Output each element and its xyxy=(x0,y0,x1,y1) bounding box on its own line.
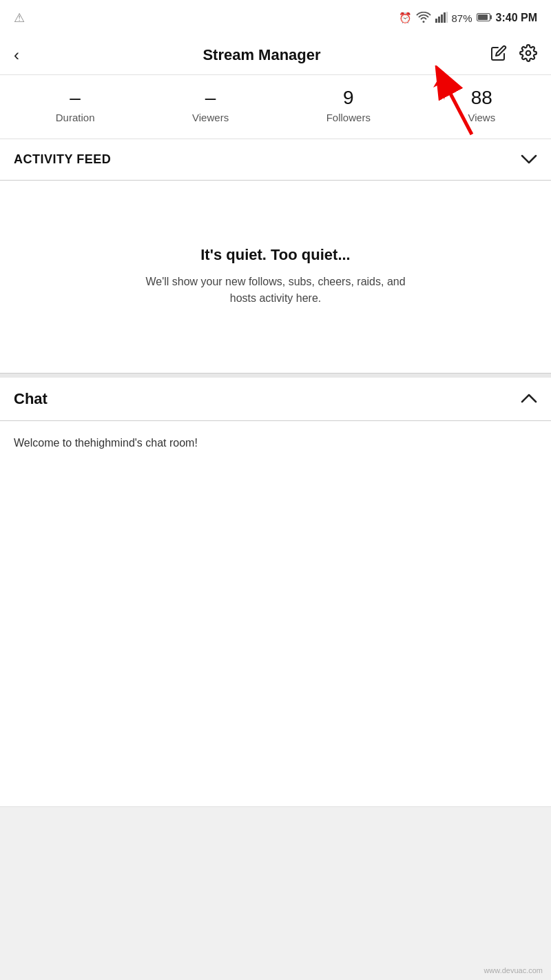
wifi-icon xyxy=(416,12,431,25)
alarm-icon: ⏰ xyxy=(399,12,412,24)
settings-button[interactable] xyxy=(519,44,537,66)
stat-views: 88 Views xyxy=(468,88,495,123)
svg-rect-2 xyxy=(441,14,443,23)
header-action-icons xyxy=(482,44,537,66)
battery-icon xyxy=(477,12,492,24)
activity-feed-chevron-down-icon xyxy=(521,152,537,167)
status-bar-left: ⚠ xyxy=(14,10,25,25)
activity-feed-content: It's quiet. Too quiet... We'll show your… xyxy=(0,181,551,374)
svg-rect-6 xyxy=(490,15,492,19)
svg-rect-1 xyxy=(438,17,440,23)
chat-section-header[interactable]: Chat xyxy=(0,374,551,421)
viewers-label: Viewers xyxy=(192,112,229,123)
followers-value: 9 xyxy=(343,88,354,109)
chat-title: Chat xyxy=(14,390,48,408)
svg-rect-0 xyxy=(435,19,437,23)
status-bar-right: ⏰ 87% 3:40 P xyxy=(399,12,538,25)
chat-content: Welcome to thehighmind's chat room! xyxy=(0,421,551,807)
svg-rect-7 xyxy=(478,14,488,20)
stats-row: – Duration – Viewers 9 Followers 88 View… xyxy=(0,75,551,139)
duration-value: – xyxy=(70,88,81,109)
stat-followers: 9 Followers xyxy=(326,88,371,123)
signal-bars-icon xyxy=(435,12,448,25)
chat-chevron-up-icon xyxy=(521,391,537,407)
back-button[interactable]: ‹ xyxy=(14,45,41,65)
status-bar: ⚠ ⏰ 87% xyxy=(0,0,551,36)
svg-rect-3 xyxy=(444,12,446,23)
quiet-description: We'll show your new follows, subs, cheer… xyxy=(138,274,413,307)
app-header: ‹ Stream Manager xyxy=(0,36,551,75)
duration-label: Duration xyxy=(56,112,95,123)
page-title: Stream Manager xyxy=(41,46,482,64)
viewers-value: – xyxy=(205,88,216,109)
stat-viewers: – Viewers xyxy=(192,88,229,123)
watermark: www.devuac.com xyxy=(484,966,543,974)
views-value: 88 xyxy=(471,88,492,109)
activity-feed-title: ACTIVITY FEED xyxy=(14,152,111,167)
chat-welcome-message: Welcome to thehighmind's chat room! xyxy=(14,435,537,451)
quiet-title: It's quiet. Too quiet... xyxy=(200,246,350,264)
battery-percent: 87% xyxy=(452,12,472,24)
stat-duration: – Duration xyxy=(56,88,95,123)
svg-rect-4 xyxy=(446,12,448,23)
warning-icon: ⚠ xyxy=(14,10,25,25)
edit-button[interactable] xyxy=(490,45,507,65)
svg-point-8 xyxy=(526,51,531,56)
activity-feed-header[interactable]: ACTIVITY FEED xyxy=(0,139,551,181)
views-label: Views xyxy=(468,112,495,123)
followers-label: Followers xyxy=(326,112,371,123)
status-time: 3:40 PM xyxy=(496,12,537,24)
